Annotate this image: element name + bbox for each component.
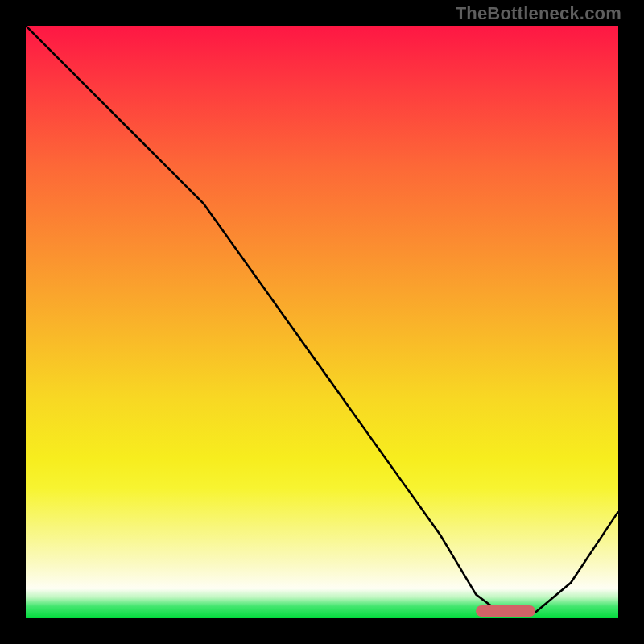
optimal-range-marker <box>476 605 535 617</box>
axis-bottom-margin <box>0 618 644 644</box>
axis-left-margin <box>0 26 26 618</box>
curve-path <box>26 26 618 613</box>
bottleneck-curve <box>26 26 618 618</box>
watermark-text: TheBottleneck.com <box>456 3 621 24</box>
chart-area <box>26 26 618 618</box>
